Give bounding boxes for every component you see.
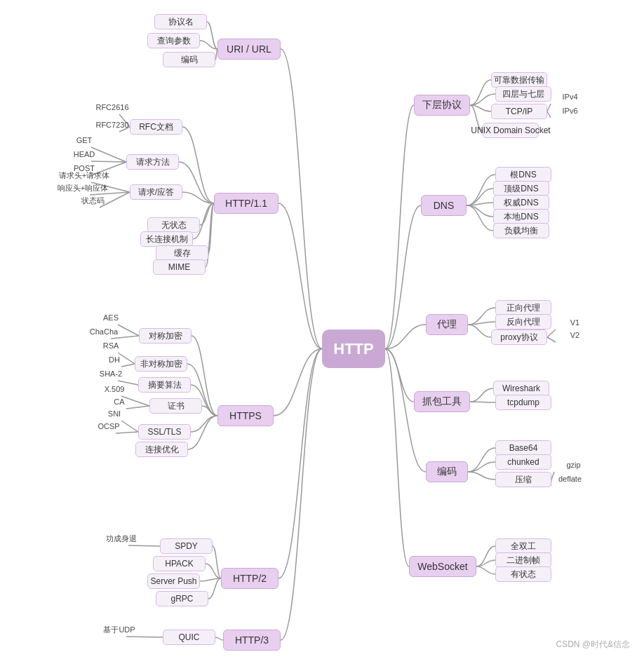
node-二进制帧: 二进制帧 xyxy=(495,552,551,568)
node-编码: 编码 xyxy=(426,461,468,482)
node-HTTP: HTTP xyxy=(322,330,385,368)
node-SHA-2: SHA-2 xyxy=(90,367,132,381)
svg-line-17 xyxy=(128,545,160,546)
node-HTTP/2: HTTP/2 xyxy=(221,568,279,589)
node-deflate: deflate xyxy=(551,472,589,486)
node-tcpdump: tcpdump xyxy=(495,395,551,410)
node-RFC7230: RFC7230 xyxy=(91,118,133,132)
node-TCP/IP: TCP/IP xyxy=(491,104,547,119)
node-HTTP/3: HTTP/3 xyxy=(223,630,281,651)
svg-line-21 xyxy=(547,330,556,337)
node-chunked: chunked xyxy=(495,454,551,470)
node-连接优化: 连接优化 xyxy=(135,442,188,457)
node-抓包工具: 抓包工具 xyxy=(414,391,470,412)
node-IPv4: IPv4 xyxy=(551,90,589,104)
node-Wireshark: Wireshark xyxy=(493,381,549,396)
node-压缩: 压缩 xyxy=(495,472,551,487)
svg-line-22 xyxy=(547,337,556,342)
node-HPACK: HPACK xyxy=(153,556,206,571)
node-代理: 代理 xyxy=(426,314,468,335)
node-HTTP/1.1: HTTP/1.1 xyxy=(214,193,279,214)
node-非对称加密: 非对称加密 xyxy=(135,356,187,372)
node-下层协议: 下层协议 xyxy=(414,95,470,116)
node-SNI: SNI xyxy=(93,407,135,421)
svg-line-18 xyxy=(126,637,163,637)
node-缓存: 缓存 xyxy=(156,245,208,261)
node-Base64: Base64 xyxy=(495,440,551,456)
node-有状态: 有状态 xyxy=(495,566,551,582)
node-HEAD: HEAD xyxy=(63,147,105,161)
node-全双工: 全双工 xyxy=(495,538,551,554)
node-功成身退: 功成身退 xyxy=(100,531,142,545)
node-UNIX_Domain_Socket: UNIX Domain Socket xyxy=(483,123,539,138)
node-HTTPS: HTTPS xyxy=(217,405,274,426)
node-顶级DNS: 顶级DNS xyxy=(493,181,549,196)
node-RFC文档: RFC文档 xyxy=(130,119,182,135)
node-可靠数据传输: 可靠数据传输 xyxy=(491,72,547,88)
node-ChaCha: ChaCha xyxy=(83,325,125,339)
node-RSA: RSA xyxy=(90,339,132,353)
node-gRPC: gRPC xyxy=(156,591,208,606)
node-WebSocket: WebSocket xyxy=(409,556,476,577)
node-基于UDP: 基于UDP xyxy=(98,623,140,637)
node-OCSP: OCSP xyxy=(88,419,130,433)
node-MIME: MIME xyxy=(153,259,206,275)
node-V2: V2 xyxy=(556,328,594,342)
node-编码: 编码 xyxy=(163,52,215,67)
node-请求/应答: 请求/应答 xyxy=(130,184,182,200)
node-QUIC: QUIC xyxy=(163,630,215,645)
node-proxy协议: proxy协议 xyxy=(491,330,547,345)
node-GET: GET xyxy=(63,133,105,147)
node-AES: AES xyxy=(90,311,132,325)
node-RFC2616: RFC2616 xyxy=(91,100,133,114)
node-X.509: X.509 xyxy=(93,382,135,396)
node-权威DNS: 权威DNS xyxy=(493,195,549,210)
node-请求头+请求体: 请求头+请求体 xyxy=(63,168,105,182)
node-Server_Push: Server Push xyxy=(147,573,200,589)
node-状态码: 状态码 xyxy=(72,193,114,208)
node-长连接机制: 长连接机制 xyxy=(140,231,193,247)
node-SSL/TLS: SSL/TLS xyxy=(138,424,191,440)
node-IPv6: IPv6 xyxy=(551,104,589,118)
node-无状态: 无状态 xyxy=(147,217,200,233)
node-证书: 证书 xyxy=(149,398,202,414)
node-请求方法: 请求方法 xyxy=(126,154,179,170)
node-URI_/_URL: URI / URL xyxy=(217,39,281,60)
node-根DNS: 根DNS xyxy=(495,167,551,182)
node-正向代理: 正向代理 xyxy=(495,300,551,315)
node-本地DNS: 本地DNS xyxy=(493,209,549,224)
node-负载均衡: 负载均衡 xyxy=(493,223,549,238)
node-反向代理: 反向代理 xyxy=(495,314,551,330)
node-对称加密: 对称加密 xyxy=(139,328,192,344)
node-响应头+响应体: 响应头+响应体 xyxy=(62,181,104,195)
node-gzip: gzip xyxy=(554,458,593,472)
node-四层与七层: 四层与七层 xyxy=(495,86,551,102)
node-协议名: 协议名 xyxy=(154,14,207,29)
watermark: CSDN @时代&信念 xyxy=(556,639,630,651)
node-DH: DH xyxy=(93,353,135,367)
node-摘要算法: 摘要算法 xyxy=(138,377,191,393)
node-查询参数: 查询参数 xyxy=(147,33,200,48)
node-V1: V1 xyxy=(556,315,594,330)
node-DNS: DNS xyxy=(421,195,467,216)
node-SPDY: SPDY xyxy=(160,538,213,554)
